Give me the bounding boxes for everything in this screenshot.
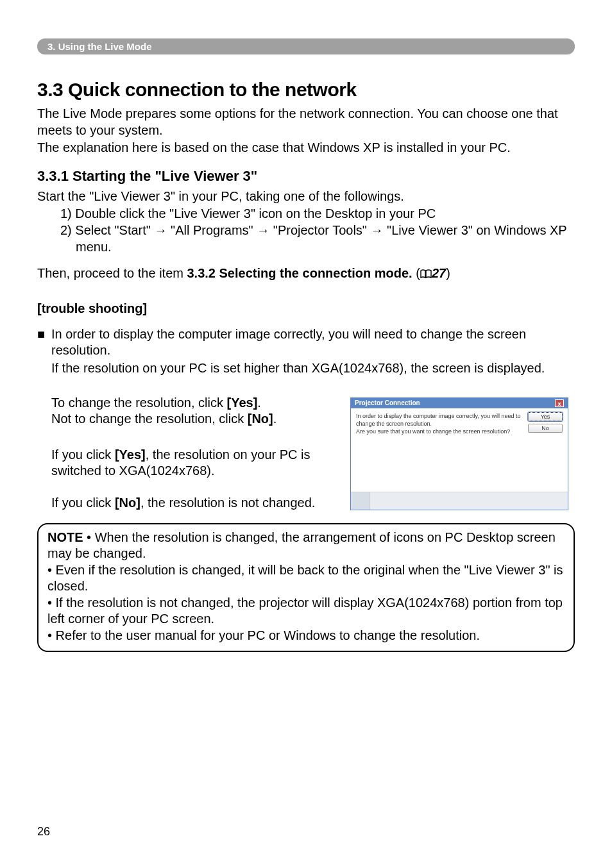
dialog-spacer bbox=[351, 438, 568, 492]
change-no-pre: Not to change the resolution, click bbox=[51, 412, 248, 426]
then-bold: 3.3.2 Selecting the connection mode. bbox=[187, 266, 412, 280]
dialog-line1: In order to display the computer image c… bbox=[356, 412, 524, 428]
yes-pre: If you click bbox=[51, 447, 115, 462]
bullet1-sub: If the resolution on your PC is set high… bbox=[51, 360, 575, 377]
note-2: • Even if the resolution is changed, it … bbox=[47, 562, 565, 595]
change-yes-line: To change the resolution, click [Yes]. bbox=[51, 395, 340, 412]
dialog-title-text: Projector Connection bbox=[355, 399, 420, 406]
change-no-end: . bbox=[273, 412, 277, 426]
note-box: NOTE • When the resolution is changed, t… bbox=[37, 523, 575, 652]
heading-3-3: 3.3 Quick connection to the network bbox=[37, 79, 575, 101]
reference-close: ) bbox=[446, 266, 450, 280]
projector-connection-dialog: Projector Connection x In order to displ… bbox=[350, 397, 568, 510]
then-pre: Then, proceed to the item bbox=[37, 266, 187, 280]
change-yes-pre: To change the resolution, click bbox=[51, 396, 227, 410]
heading-3-3-1: 3.3.1 Starting the "Live Viewer 3" bbox=[37, 168, 575, 185]
bullet-item-1: ■ In order to display the computer image… bbox=[37, 326, 575, 359]
dialog-message: In order to display the computer image c… bbox=[356, 412, 524, 435]
close-icon[interactable]: x bbox=[555, 399, 564, 407]
change-yes-end: . bbox=[257, 396, 261, 410]
no-pre: If you click bbox=[51, 496, 115, 510]
start-line: Start the "Live Viewer 3" in your PC, ta… bbox=[37, 188, 575, 205]
page-ref: 27 bbox=[432, 266, 446, 280]
note-4: • Refer to the user manual for your PC o… bbox=[47, 628, 565, 644]
then-line: Then, proceed to the item 3.3.2 Selectin… bbox=[37, 265, 575, 282]
note-3: • If the resolution is not changed, the … bbox=[47, 595, 565, 628]
reference-open: ( bbox=[416, 266, 420, 280]
no-bold: [No] bbox=[115, 496, 140, 510]
dialog-yes-button[interactable]: Yes bbox=[528, 412, 563, 421]
book-icon bbox=[420, 266, 432, 275]
section-breadcrumb: 3. Using the Live Mode bbox=[37, 38, 575, 54]
page-number: 26 bbox=[37, 825, 50, 839]
bullet1-text: In order to display the computer image c… bbox=[51, 327, 526, 358]
intro-para-2: The explanation here is based on the cas… bbox=[37, 140, 575, 156]
change-no-line: Not to change the resolution, click [No]… bbox=[51, 411, 340, 428]
no-post: , the resolution is not changed. bbox=[140, 496, 315, 510]
note-label: NOTE bbox=[47, 530, 83, 544]
dialog-footer-left bbox=[351, 492, 370, 510]
intro-para-1: The Live Mode prepares some options for … bbox=[37, 106, 575, 138]
yes-result: If you click [Yes], the resolution on yo… bbox=[51, 447, 340, 480]
change-no-bold: [No] bbox=[248, 412, 273, 426]
dialog-titlebar: Projector Connection x bbox=[351, 398, 568, 408]
no-result: If you click [No], the resolution is not… bbox=[51, 495, 340, 512]
change-yes-bold: [Yes] bbox=[227, 396, 258, 410]
note-1: • When the resolution is changed, the ar… bbox=[47, 530, 556, 561]
step-1: 1) Double click the "Live Viewer 3" icon… bbox=[60, 206, 575, 222]
dialog-footer bbox=[351, 492, 568, 510]
dialog-no-button[interactable]: No bbox=[528, 424, 563, 433]
square-bullet-icon: ■ bbox=[37, 326, 51, 359]
yes-bold: [Yes] bbox=[115, 447, 146, 462]
troubleshooting-head: [trouble shooting] bbox=[37, 301, 575, 316]
step-2: 2) Select "Start" → "All Programs" → "Pr… bbox=[60, 222, 575, 255]
dialog-line2: Are you sure that you want to change the… bbox=[356, 428, 524, 435]
